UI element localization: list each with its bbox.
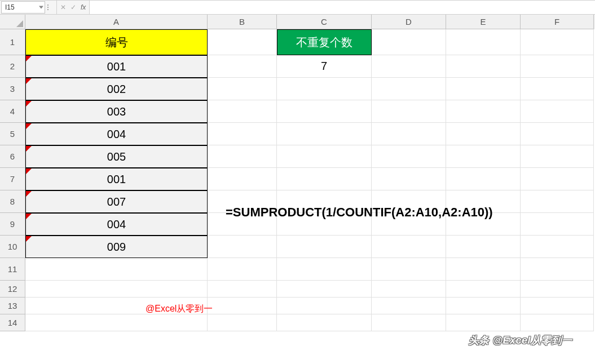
cell-B13[interactable] — [208, 298, 277, 314]
cell-A1[interactable]: 编号 — [25, 29, 208, 55]
cell-A11[interactable] — [25, 258, 208, 281]
cell-C1[interactable]: 不重复个数 — [277, 29, 372, 55]
cell-D1[interactable] — [372, 29, 446, 55]
cell-A6[interactable]: 005 — [25, 145, 208, 168]
column-header-F[interactable]: F — [521, 15, 594, 29]
cell-B3[interactable] — [208, 78, 277, 100]
cell-C3[interactable] — [277, 78, 372, 100]
select-all-corner[interactable] — [0, 15, 25, 29]
cell-B2[interactable] — [208, 55, 277, 78]
cell-C10[interactable] — [277, 236, 372, 258]
cell-E6[interactable] — [446, 145, 521, 168]
cell-E14[interactable] — [446, 314, 521, 331]
row-header-9[interactable]: 9 — [0, 213, 25, 236]
cell-D7[interactable] — [372, 168, 446, 190]
cell-F7[interactable] — [521, 168, 594, 190]
cell-A5[interactable]: 004 — [25, 123, 208, 145]
cell-D5[interactable] — [372, 123, 446, 145]
column-header-C[interactable]: C — [277, 15, 372, 29]
cell-C12[interactable] — [277, 281, 372, 298]
cell-F3[interactable] — [521, 78, 594, 100]
row-header-8[interactable]: 8 — [0, 190, 25, 213]
cell-D4[interactable] — [372, 100, 446, 123]
row-header-6[interactable]: 6 — [0, 145, 25, 168]
cell-B5[interactable] — [208, 123, 277, 145]
cell-C14[interactable] — [277, 314, 372, 331]
cell-E1[interactable] — [446, 29, 521, 55]
cell-A8[interactable]: 007 — [25, 190, 208, 213]
row-header-10[interactable]: 10 — [0, 236, 25, 258]
row-header-7[interactable]: 7 — [0, 168, 25, 190]
cell-E2[interactable] — [446, 55, 521, 78]
cell-A3[interactable]: 002 — [25, 78, 208, 100]
cell-E3[interactable] — [446, 78, 521, 100]
row-header-3[interactable]: 3 — [0, 78, 25, 100]
cell-F11[interactable] — [521, 258, 594, 281]
cell-C13[interactable] — [277, 298, 372, 314]
row-header-11[interactable]: 11 — [0, 258, 25, 281]
row-header-14[interactable]: 14 — [0, 314, 25, 331]
cell-C6[interactable] — [277, 145, 372, 168]
cell-E11[interactable] — [446, 258, 521, 281]
row-header-13[interactable]: 13 — [0, 298, 25, 314]
cell-B11[interactable] — [208, 258, 277, 281]
cell-D13[interactable] — [372, 298, 446, 314]
column-header-B[interactable]: B — [208, 15, 277, 29]
cell-F1[interactable] — [521, 29, 594, 55]
cell-A12[interactable] — [25, 281, 208, 298]
cell-C5[interactable] — [277, 123, 372, 145]
cell-E4[interactable] — [446, 100, 521, 123]
fx-icon[interactable]: fx — [81, 3, 86, 11]
spreadsheet-grid[interactable]: 1编号不重复个数20017300240035004600570018007900… — [0, 29, 595, 331]
cell-B7[interactable] — [208, 168, 277, 190]
row-header-4[interactable]: 4 — [0, 100, 25, 123]
column-header-D[interactable]: D — [372, 15, 446, 29]
cell-D2[interactable] — [372, 55, 446, 78]
cell-F5[interactable] — [521, 123, 594, 145]
cancel-icon[interactable]: ✕ — [60, 3, 66, 11]
formula-input[interactable] — [90, 1, 595, 14]
chevron-down-icon[interactable] — [39, 6, 43, 9]
cell-F6[interactable] — [521, 145, 594, 168]
cell-A10[interactable]: 009 — [25, 236, 208, 258]
cell-F4[interactable] — [521, 100, 594, 123]
row-header-1[interactable]: 1 — [0, 29, 25, 55]
cell-C4[interactable] — [277, 100, 372, 123]
cell-A4[interactable]: 003 — [25, 100, 208, 123]
cell-A7[interactable]: 001 — [25, 168, 208, 190]
cell-C7[interactable] — [277, 168, 372, 190]
cell-D6[interactable] — [372, 145, 446, 168]
cell-D11[interactable] — [372, 258, 446, 281]
cell-F2[interactable] — [521, 55, 594, 78]
cell-A14[interactable] — [25, 314, 208, 331]
cell-E7[interactable] — [446, 168, 521, 190]
cell-F13[interactable] — [521, 298, 594, 314]
cell-D12[interactable] — [372, 281, 446, 298]
cell-D10[interactable] — [372, 236, 446, 258]
cell-D3[interactable] — [372, 78, 446, 100]
cell-B10[interactable] — [208, 236, 277, 258]
cell-B4[interactable] — [208, 100, 277, 123]
cell-E5[interactable] — [446, 123, 521, 145]
cell-A9[interactable]: 004 — [25, 213, 208, 236]
row-header-2[interactable]: 2 — [0, 55, 25, 78]
row-header-5[interactable]: 5 — [0, 123, 25, 145]
cell-F9[interactable] — [521, 213, 594, 236]
cell-E12[interactable] — [446, 281, 521, 298]
cell-E13[interactable] — [446, 298, 521, 314]
column-header-A[interactable]: A — [25, 15, 208, 29]
cell-E10[interactable] — [446, 236, 521, 258]
cell-C11[interactable] — [277, 258, 372, 281]
cell-F10[interactable] — [521, 236, 594, 258]
cell-B14[interactable] — [208, 314, 277, 331]
cell-F12[interactable] — [521, 281, 594, 298]
cell-D14[interactable] — [372, 314, 446, 331]
confirm-icon[interactable]: ✓ — [70, 3, 76, 11]
cell-F8[interactable] — [521, 190, 594, 213]
row-header-12[interactable]: 12 — [0, 281, 25, 298]
cell-B6[interactable] — [208, 145, 277, 168]
cell-B12[interactable] — [208, 281, 277, 298]
cell-A2[interactable]: 001 — [25, 55, 208, 78]
column-header-E[interactable]: E — [446, 15, 521, 29]
cell-B1[interactable] — [208, 29, 277, 55]
